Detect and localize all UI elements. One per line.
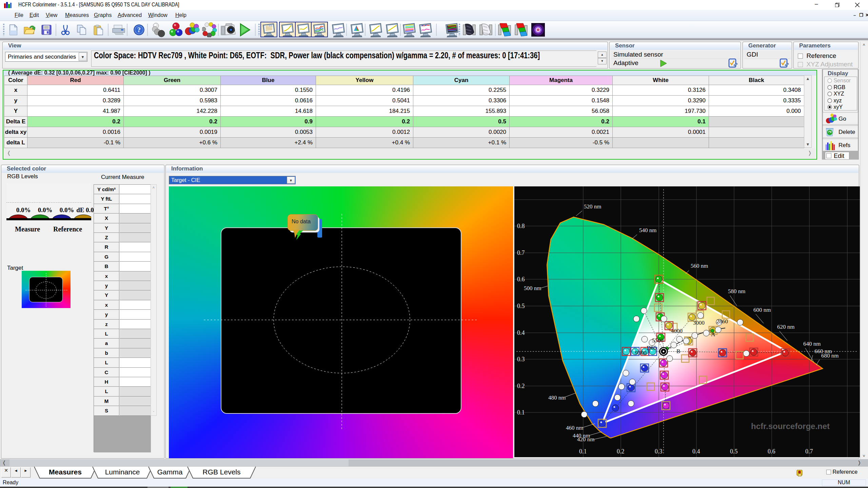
svg-text:4000: 4000 [671, 328, 683, 334]
svg-text:A: A [711, 331, 715, 338]
svg-text:0.6: 0.6 [768, 448, 775, 455]
svg-text:0.7: 0.7 [517, 249, 525, 256]
svg-text:0.2: 0.2 [517, 383, 525, 389]
svg-text:0.2: 0.2 [617, 448, 625, 455]
svg-text:0.5: 0.5 [517, 303, 525, 309]
svg-text:580 nm: 580 nm [728, 288, 745, 294]
svg-text:420 nm: 420 nm [577, 436, 594, 443]
svg-text:0.4: 0.4 [517, 329, 525, 336]
svg-text:3000: 3000 [693, 320, 705, 326]
svg-text:9300: 9300 [635, 350, 647, 356]
svg-text:560 nm: 560 nm [691, 263, 708, 269]
svg-text:620 nm: 620 nm [777, 324, 794, 330]
svg-text:540 nm: 540 nm [639, 227, 656, 233]
svg-text:D65: D65 [647, 345, 656, 351]
svg-text:0.3: 0.3 [517, 356, 525, 363]
svg-text:0.3: 0.3 [655, 448, 663, 455]
svg-text:0.4: 0.4 [692, 448, 700, 455]
svg-text:640 nm: 640 nm [803, 341, 821, 347]
svg-text:680 nm: 680 nm [821, 352, 839, 359]
svg-text:0.6: 0.6 [517, 276, 525, 283]
svg-text:B: B [676, 348, 680, 354]
svg-text:hcfr.sourceforge.net: hcfr.sourceforge.net [751, 422, 830, 431]
svg-text:0.8: 0.8 [517, 223, 525, 229]
svg-text:520 nm: 520 nm [584, 203, 601, 210]
svg-text:480 nm: 480 nm [548, 394, 566, 401]
svg-text:460 nm: 460 nm [566, 425, 583, 431]
svg-text:0.1: 0.1 [579, 448, 587, 455]
svg-text:500 nm: 500 nm [524, 285, 541, 291]
svg-text:600 nm: 600 nm [753, 307, 771, 313]
svg-text:0.5: 0.5 [730, 448, 738, 455]
svg-text:0.7: 0.7 [805, 448, 813, 455]
svg-text:2860: 2860 [716, 318, 728, 325]
svg-text:0.1: 0.1 [517, 409, 525, 416]
svg-text:5500: 5500 [652, 337, 664, 344]
svg-text:?: ? [137, 26, 141, 34]
